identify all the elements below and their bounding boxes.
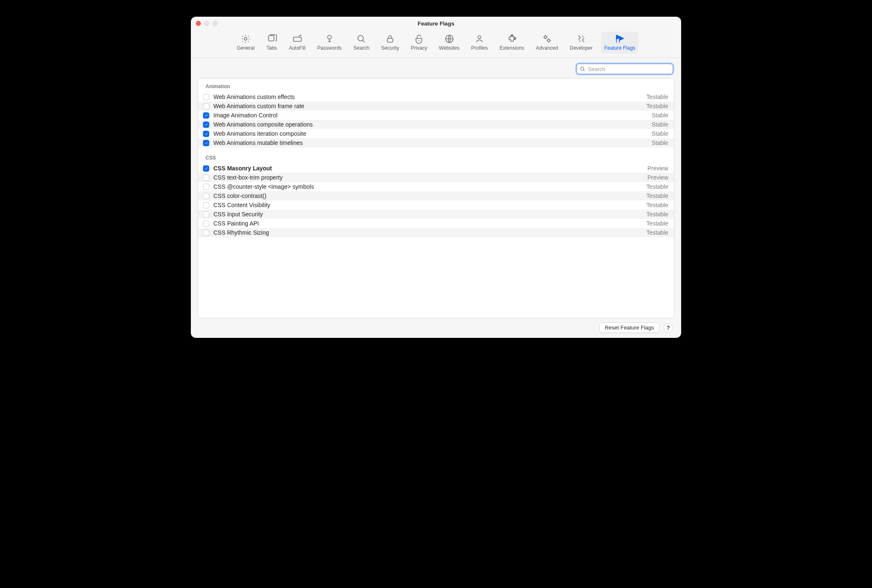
tab-autofill[interactable]: AutoFill — [286, 32, 309, 53]
profiles-icon — [474, 33, 485, 44]
flag-row: CSS color-contrast()Testable — [198, 191, 674, 200]
flag-checkbox[interactable] — [203, 220, 209, 227]
flag-checkbox[interactable] — [203, 165, 209, 172]
flag-label: Web Animations composite operations — [213, 121, 647, 128]
flag-status: Testable — [646, 220, 668, 227]
tab-label: Websites — [439, 45, 459, 51]
preferences-window: Feature Flags GeneralTabsAutoFillPasswor… — [191, 17, 681, 338]
tab-passwords[interactable]: Passwords — [314, 32, 345, 53]
content-body: AnimationWeb Animations custom effectsTe… — [191, 58, 681, 338]
flag-row: Web Animations composite operationsStabl… — [198, 120, 674, 129]
flag-status: Testable — [646, 193, 668, 199]
flag-row: CSS Rhythmic SizingTestable — [198, 228, 674, 237]
search-field[interactable] — [577, 64, 673, 74]
tab-websites[interactable]: Websites — [436, 32, 463, 53]
tab-label: Search — [353, 45, 369, 51]
minimize-window-button[interactable] — [204, 21, 209, 26]
window-title: Feature Flags — [191, 20, 681, 27]
flag-label: CSS Masonry Layout — [213, 165, 643, 172]
flag-checkbox[interactable] — [203, 131, 209, 137]
svg-point-3 — [328, 35, 332, 39]
tab-label: Advanced — [536, 45, 558, 51]
tab-search[interactable]: Search — [350, 32, 373, 53]
flag-label: CSS Content Visibility — [213, 202, 642, 208]
flag-status: Testable — [646, 202, 668, 208]
flag-status: Preview — [647, 165, 668, 172]
section-header: CSS — [198, 147, 674, 164]
reset-feature-flags-button[interactable]: Reset Feature Flags — [599, 322, 659, 333]
help-button[interactable]: ? — [664, 323, 673, 332]
svg-line-5 — [363, 40, 365, 42]
flag-label: CSS Painting API — [213, 220, 642, 227]
footer: Reset Feature Flags ? — [198, 318, 674, 333]
flag-label: Web Animations custom frame rate — [213, 103, 642, 109]
flag-checkbox[interactable] — [203, 230, 209, 236]
flag-status: Stable — [651, 112, 668, 119]
svg-line-17 — [583, 70, 585, 71]
tab-profiles[interactable]: Profiles — [468, 32, 491, 53]
tabs-icon — [266, 33, 277, 44]
flag-checkbox[interactable] — [203, 175, 209, 181]
close-window-button[interactable] — [196, 21, 201, 26]
flag-label: Web Animations iteration composite — [213, 130, 647, 137]
tab-feature-flags[interactable]: Feature Flags — [601, 32, 639, 53]
tab-general[interactable]: General — [233, 32, 258, 53]
flag-checkbox[interactable] — [203, 184, 209, 190]
flag-checkbox[interactable] — [203, 103, 209, 109]
flag-row: Web Animations custom effectsTestable — [198, 92, 674, 101]
flag-row: CSS text-box-trim propertyPreview — [198, 173, 674, 182]
flag-status: Testable — [646, 103, 668, 109]
svg-point-16 — [580, 67, 584, 70]
tab-tabs[interactable]: Tabs — [263, 32, 281, 53]
tab-advanced[interactable]: Advanced — [532, 32, 561, 53]
flag-checkbox[interactable] — [203, 112, 209, 119]
tab-security[interactable]: Security — [378, 32, 402, 53]
svg-rect-2 — [293, 37, 301, 41]
feature-flags-icon — [614, 33, 625, 44]
tab-label: Extensions — [499, 45, 524, 51]
flag-label: CSS @counter-style <image> symbols — [213, 183, 642, 190]
flag-row: Web Animations iteration compositeStable — [198, 129, 674, 138]
tab-developer[interactable]: Developer — [566, 32, 596, 53]
search-icon — [356, 33, 367, 44]
flag-checkbox[interactable] — [203, 202, 209, 208]
flag-label: CSS color-contrast() — [213, 193, 642, 199]
flag-row: CSS Content VisibilityTestable — [198, 200, 674, 210]
flag-status: Stable — [651, 139, 668, 146]
flag-checkbox[interactable] — [203, 193, 209, 199]
flags-list[interactable]: AnimationWeb Animations custom effectsTe… — [198, 79, 674, 318]
search-icon — [580, 66, 586, 72]
flag-status: Testable — [646, 211, 668, 218]
svg-point-12 — [544, 36, 547, 38]
websites-icon — [444, 33, 455, 44]
flag-checkbox[interactable] — [203, 211, 209, 218]
flag-checkbox[interactable] — [203, 94, 209, 100]
tab-label: AutoFill — [289, 45, 306, 51]
flags-panel: AnimationWeb Animations custom effectsTe… — [198, 78, 674, 318]
flag-status: Testable — [646, 94, 668, 100]
flag-status: Preview — [647, 174, 668, 181]
flag-label: Web Animations custom effects — [213, 94, 642, 100]
flag-row: CSS @counter-style <image> symbolsTestab… — [198, 182, 674, 191]
svg-rect-6 — [388, 38, 393, 42]
tab-privacy[interactable]: Privacy — [408, 32, 431, 53]
security-icon — [385, 33, 395, 44]
flag-status: Stable — [651, 121, 668, 128]
flag-label: CSS text-box-trim property — [213, 174, 643, 181]
privacy-icon — [413, 33, 424, 44]
flag-checkbox[interactable] — [203, 140, 209, 146]
traffic-lights — [196, 21, 218, 26]
section-header: Animation — [198, 79, 674, 92]
flag-checkbox[interactable] — [203, 122, 209, 128]
search-input[interactable] — [588, 66, 670, 72]
tab-label: Security — [381, 45, 399, 51]
tab-label: Feature Flags — [604, 45, 635, 51]
flag-status: Testable — [646, 229, 668, 236]
tab-extensions[interactable]: Extensions — [496, 32, 527, 53]
zoom-window-button[interactable] — [213, 21, 218, 26]
flag-label: CSS Rhythmic Sizing — [213, 229, 642, 236]
search-row — [198, 58, 674, 78]
flag-label: Image Animation Control — [213, 112, 647, 119]
general-icon — [240, 33, 251, 44]
advanced-icon — [542, 33, 553, 44]
